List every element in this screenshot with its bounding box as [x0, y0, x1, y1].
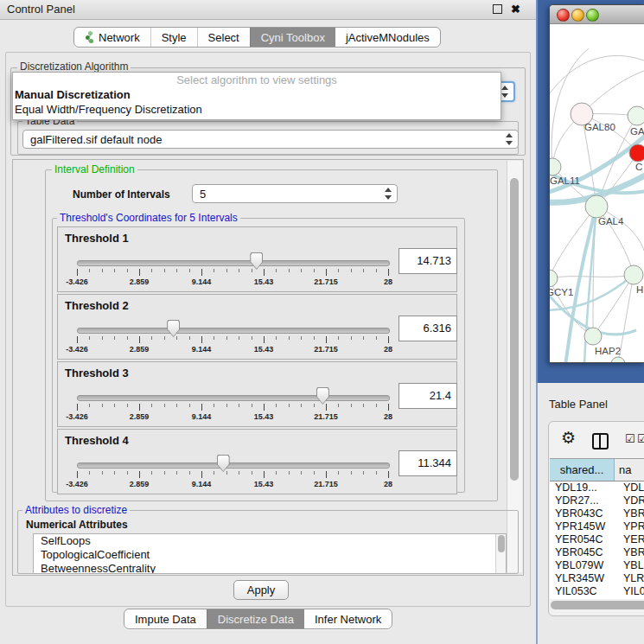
- network-node[interactable]: [611, 357, 625, 362]
- table-cell: YPR145W: [550, 520, 619, 533]
- threshold-value-field[interactable]: 11.344: [399, 450, 457, 476]
- threshold-value-field[interactable]: 21.4: [399, 383, 457, 409]
- algorithm-option[interactable]: Equal Width/Frequency Discretization: [13, 102, 501, 117]
- tick-mark: [201, 269, 202, 276]
- tab-cyni-toolbox[interactable]: Cyni Toolbox: [250, 28, 335, 47]
- table-row[interactable]: YPR145WYPR1: [550, 520, 644, 533]
- network-node[interactable]: [585, 195, 608, 218]
- numerical-attributes-list[interactable]: SelfLoopsTopologicalCoefficientBetweenne…: [33, 533, 507, 574]
- slider-track[interactable]: [77, 328, 390, 334]
- combobox-stepper-icon[interactable]: [501, 85, 508, 99]
- network-view-window[interactable]: GAL80GACGAL11GAL4GCY1HHAP2: [549, 4, 644, 363]
- slider-thumb[interactable]: [217, 455, 230, 472]
- combobox-stepper-icon[interactable]: [505, 132, 513, 146]
- tick-mark: [301, 404, 302, 407]
- node-label: GA: [630, 126, 644, 137]
- tab-network[interactable]: Network: [74, 28, 150, 47]
- checkbox-icon[interactable]: ☑: [625, 433, 635, 445]
- tab-style[interactable]: Style: [150, 28, 197, 47]
- tick-label: 9.144: [192, 412, 212, 421]
- slider-thumb[interactable]: [250, 252, 263, 270]
- slider-tick-labels: -3.4262.8599.14415.4321.71528: [77, 345, 388, 354]
- tab-discretize-data[interactable]: Discretize Data: [207, 609, 304, 628]
- tab-jactivemnodules[interactable]: jActiveMNodules: [335, 28, 440, 47]
- tick-mark: [89, 269, 90, 272]
- table-row[interactable]: YBL079WYBL0: [550, 559, 644, 572]
- table-row[interactable]: YDR27...YDR2: [550, 494, 644, 507]
- attribute-list-item[interactable]: SelfLoops: [34, 534, 506, 548]
- tick-label: 28: [384, 412, 392, 421]
- close-icon[interactable]: ✖: [511, 3, 520, 15]
- network-node[interactable]: [550, 270, 558, 287]
- interval-definition-label: Interval Definition: [52, 164, 137, 175]
- scrollbar-thumb[interactable]: [510, 178, 519, 481]
- network-node[interactable]: [550, 158, 561, 175]
- number-of-intervals-combobox[interactable]: 5: [192, 184, 398, 203]
- table-cell: YIL0: [619, 585, 644, 598]
- gear-icon[interactable]: ⚙: [561, 430, 576, 447]
- tab-impute-data[interactable]: Impute Data: [124, 609, 207, 628]
- minimize-window-icon[interactable]: [571, 9, 584, 22]
- table-row[interactable]: YER054CYER0: [550, 533, 644, 546]
- tick-label: 15.43: [254, 345, 274, 354]
- float-window-icon[interactable]: [493, 4, 502, 14]
- slider-ticks: [77, 269, 388, 276]
- tick-mark: [376, 269, 377, 272]
- tick-mark: [226, 471, 227, 475]
- table-row[interactable]: YDL19...YDL1: [550, 481, 644, 494]
- network-node[interactable]: [628, 106, 644, 125]
- tick-mark: [89, 471, 90, 475]
- attribute-list-item[interactable]: BetweennessCentrality: [34, 562, 506, 574]
- tick-mark: [114, 404, 115, 407]
- close-window-icon[interactable]: [557, 9, 570, 22]
- slider-track[interactable]: [77, 395, 390, 401]
- table-row[interactable]: YIL053CYIL0: [550, 585, 644, 598]
- tick-mark: [114, 269, 115, 272]
- table-horizontal-scrollbar[interactable]: [551, 601, 644, 609]
- slider-track[interactable]: [77, 260, 390, 266]
- split-view-icon[interactable]: [592, 433, 609, 450]
- table-data-combobox[interactable]: galFiltered.sif default node: [22, 130, 519, 149]
- tab-label: jActiveMNodules: [346, 31, 430, 44]
- slider-thumb-face: [218, 456, 229, 471]
- tick-mark: [189, 471, 190, 475]
- apply-button[interactable]: Apply: [233, 580, 289, 600]
- checkbox-icon[interactable]: ☑: [637, 433, 644, 445]
- screen: Control Panel ✖ NetworkStyleSelectCyni T…: [0, 0, 644, 644]
- network-window-titlebar[interactable]: [550, 5, 644, 24]
- slider-thumb[interactable]: [316, 387, 329, 405]
- slider-tick-labels: -3.4262.8599.14415.4321.71528: [77, 412, 388, 421]
- tick-mark: [338, 471, 339, 475]
- table-cell: YDR2: [619, 494, 644, 507]
- network-node[interactable]: [629, 144, 644, 162]
- tab-infer-network[interactable]: Infer Network: [304, 609, 392, 628]
- tick-mark: [77, 471, 78, 478]
- slider-track[interactable]: [77, 462, 390, 469]
- network-node[interactable]: [624, 265, 643, 284]
- table-column-header[interactable]: na: [615, 459, 644, 481]
- threshold-value-field[interactable]: 6.316: [399, 316, 457, 341]
- network-canvas[interactable]: GAL80GACGAL11GAL4GCY1HHAP2: [550, 24, 644, 362]
- scrollbar-thumb[interactable]: [498, 535, 505, 552]
- tab-select[interactable]: Select: [197, 28, 250, 47]
- threshold-label: Threshold 1: [65, 232, 129, 245]
- combobox-stepper-icon[interactable]: [384, 187, 392, 201]
- scrollbar-thumb[interactable]: [551, 601, 644, 609]
- table-row[interactable]: YBR045CYBR0: [550, 546, 644, 559]
- zoom-window-icon[interactable]: [586, 9, 599, 22]
- threshold-value-field[interactable]: 14.713: [399, 248, 457, 274]
- table-row[interactable]: YBR043CYBR0: [550, 507, 644, 520]
- table-row[interactable]: YLR345WYLR3: [550, 572, 644, 585]
- attributes-scrollbar[interactable]: [495, 534, 506, 573]
- attribute-list-item[interactable]: TopologicalCoefficient: [34, 548, 506, 562]
- network-node[interactable]: [584, 328, 602, 345]
- threshold-panel: Threshold 4-3.4262.8599.14415.4321.71528…: [57, 429, 457, 494]
- slider-thumb[interactable]: [167, 320, 180, 337]
- tick-mark: [351, 269, 352, 272]
- control-panel-tabbar: NetworkStyleSelectCyni ToolboxjActiveMNo…: [73, 27, 441, 48]
- algorithm-option[interactable]: Manual Discretization: [13, 87, 501, 102]
- table-column-header[interactable]: shared...: [550, 459, 615, 481]
- tick-mark: [139, 269, 140, 276]
- tick-mark: [214, 336, 214, 340]
- tick-mark: [164, 336, 165, 340]
